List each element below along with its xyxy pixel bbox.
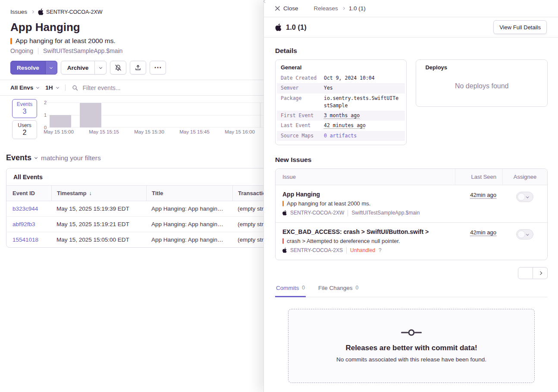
unassigned-avatar — [517, 230, 525, 238]
new-issue-row[interactable]: App Hanging App hanging for at least 200… — [276, 185, 547, 223]
x-tick-label: May 15 15:30 — [129, 129, 169, 134]
source-maps-link[interactable]: 0 artifacts — [324, 132, 357, 140]
environment-filter[interactable]: All Envs — [10, 84, 39, 91]
tab-file-changes-count: 0 — [355, 285, 358, 291]
event-id-link[interactable]: b323c944 — [6, 201, 51, 216]
events-stat-toggle[interactable]: Events 3 — [12, 99, 37, 118]
tab-file-changes[interactable]: File Changes 0 — [317, 285, 359, 297]
column-header-event-id[interactable]: Event ID — [6, 186, 51, 201]
share-button[interactable] — [130, 61, 146, 75]
previous-page-button[interactable] — [518, 267, 533, 279]
general-row: Package io.sentry.tests.SwiftUITestSampl… — [277, 93, 405, 111]
general-value: 3 months ago — [324, 112, 360, 119]
stat-toggles: Events 3 Users 2 — [12, 99, 37, 142]
app-window: Issues SENTRY-COCOA-2XW App Hanging App … — [0, 0, 558, 392]
new-issue-row[interactable]: EXC_BAD_ACCESS: crash > SwiftUI/Button.s… — [276, 223, 547, 260]
users-stat-toggle[interactable]: Users 2 — [12, 120, 37, 139]
event-timestamp: May 15, 2025 15:19:21 EDT — [51, 217, 146, 232]
commit-tabs: Commits 0 File Changes 0 — [275, 285, 548, 297]
timestamp-header-label: Timestamp — [57, 190, 86, 196]
deploys-card-title: Deploys — [425, 64, 542, 71]
more-actions-button[interactable]: ⋯ — [150, 61, 166, 75]
general-row: Source Maps 0 artifacts — [277, 131, 405, 141]
new-issues-table: Issue Last Seen Assignee App Hanging App… — [275, 168, 548, 260]
general-key: Date Created — [281, 75, 324, 82]
column-header-timestamp[interactable]: Timestamp ↓ — [51, 186, 146, 201]
resolve-button-group: Resolve — [10, 61, 57, 75]
event-id-link[interactable]: abf92fb3 — [6, 217, 51, 232]
archive-dropdown-button[interactable] — [94, 61, 107, 75]
mute-button[interactable] — [110, 61, 126, 75]
general-key: Source Maps — [281, 132, 324, 140]
period-filter[interactable]: 1H — [45, 84, 58, 91]
apple-platform-icon — [282, 248, 287, 253]
event-title: App Hanging: App hangin… — [146, 217, 232, 232]
resolve-button[interactable]: Resolve — [10, 61, 46, 75]
users-stat-label: Users — [13, 122, 37, 128]
breadcrumb-separator-icon — [31, 10, 34, 13]
issue-title-link[interactable]: App Hanging — [282, 191, 448, 198]
archive-button-group: Archive — [61, 61, 107, 75]
event-title: App Hanging: App hangin… — [146, 201, 232, 216]
period-filter-label: 1H — [45, 84, 53, 91]
assignee-cell — [502, 191, 547, 216]
last-seen-cell: 42min ago — [455, 191, 502, 216]
x-tick-label: May 15 15:45 — [175, 129, 214, 134]
general-key: First Event — [281, 112, 324, 119]
panel-body: Details General Date Created Oct 9, 2024… — [264, 37, 558, 383]
ellipsis-icon: ⋯ — [154, 65, 162, 70]
general-key: Package — [281, 95, 324, 110]
breadcrumb-issues-link[interactable]: Issues — [10, 9, 27, 15]
chart-bar — [80, 103, 101, 128]
level-error-bar — [282, 238, 284, 244]
panel-header: Close Releases 1.0 (1) — [264, 0, 558, 17]
divider — [348, 210, 348, 216]
close-panel-button[interactable]: Close — [275, 5, 298, 12]
close-icon — [275, 6, 280, 11]
unassigned-avatar — [517, 193, 525, 201]
details-cards: General Date Created Oct 9, 2024 10:04 S… — [275, 59, 548, 145]
issue-message: App hanging for at least 2000 ms. — [16, 37, 116, 45]
new-issues-heading: New Issues — [275, 156, 548, 164]
tab-file-changes-label: File Changes — [318, 285, 353, 291]
chevron-down-icon — [34, 156, 38, 159]
event-timestamp: May 15, 2025 15:05:00 EDT — [51, 232, 146, 247]
issue-cell: EXC_BAD_ACCESS: crash > SwiftUI/Button.s… — [276, 228, 455, 254]
general-value: io.sentry.tests.SwiftUITestSample — [324, 95, 401, 110]
event-id-link[interactable]: 15541018 — [6, 232, 51, 247]
period-boundary-line — [260, 103, 260, 128]
issue-message-row: crash > Attempted to dereference null po… — [282, 238, 448, 244]
releases-breadcrumb-link[interactable]: Releases — [314, 5, 338, 12]
general-row: First Event 3 months ago — [277, 111, 405, 121]
apple-platform-icon — [38, 9, 44, 15]
view-full-details-button[interactable]: View Full Details — [493, 20, 547, 34]
general-value: 42 minutes ago — [324, 122, 366, 129]
search-input[interactable] — [82, 84, 220, 92]
tab-commits[interactable]: Commits 0 — [275, 285, 306, 297]
x-tick-label: May 15 15:00 — [39, 129, 78, 134]
general-card: General Date Created Oct 9, 2024 10:04 S… — [275, 59, 407, 145]
issue-project: SENTRY-COCOA-2XS — [290, 247, 343, 253]
general-key: Last Event — [281, 122, 324, 129]
sort-desc-icon: ↓ — [89, 190, 91, 196]
chevron-right-icon — [538, 271, 542, 275]
archive-button[interactable]: Archive — [61, 61, 95, 75]
next-page-button[interactable] — [533, 267, 548, 279]
assignee-dropdown[interactable] — [516, 192, 533, 202]
last-seen-value: 42min ago — [470, 192, 496, 198]
chevron-down-icon — [526, 233, 529, 235]
bell-slash-icon — [115, 64, 122, 71]
issue-status: Ongoing — [10, 47, 33, 54]
resolve-dropdown-button[interactable] — [45, 61, 57, 75]
events-dropdown[interactable]: Events — [6, 153, 37, 162]
assignee-dropdown[interactable] — [516, 229, 533, 240]
search-icon — [72, 85, 78, 91]
divider — [346, 247, 347, 254]
column-header-title[interactable]: Title — [146, 186, 232, 201]
pagination — [275, 267, 548, 279]
column-header-issue: Issue — [276, 169, 455, 185]
issue-title-link[interactable]: EXC_BAD_ACCESS: crash > SwiftUI/Button.s… — [282, 228, 448, 235]
y-tick-label: 1 — [41, 112, 47, 118]
release-detail-panel: Close Releases 1.0 (1) 1.0 (1) View Full… — [263, 0, 558, 392]
tab-commits-count: 0 — [302, 285, 305, 291]
